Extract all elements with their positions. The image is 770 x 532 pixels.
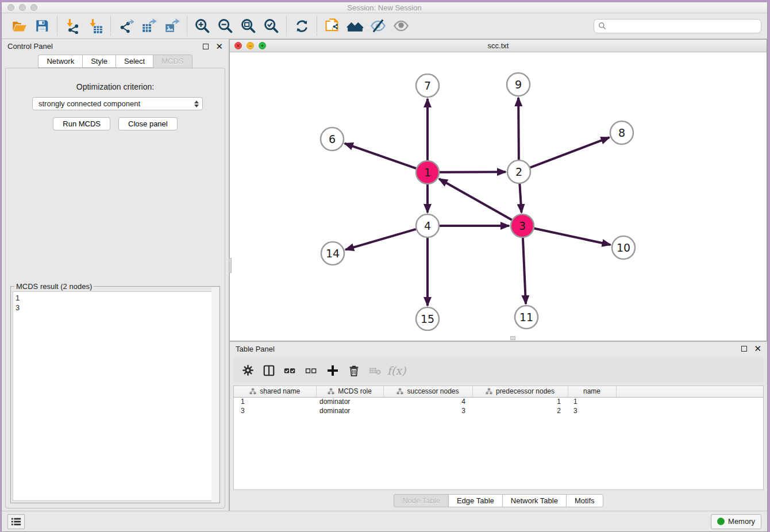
node-table[interactable]: shared name MCDS role successor nodes pr…: [233, 385, 764, 490]
splitter-grip[interactable]: [229, 258, 232, 273]
graph-node-3[interactable]: 3: [511, 214, 534, 237]
network-title: scc.txt: [230, 41, 767, 50]
column-header[interactable]: predecessor nodes: [472, 386, 568, 397]
close-table-panel-icon[interactable]: ✕: [754, 346, 761, 352]
import-network-icon[interactable]: [61, 16, 84, 36]
graph-edge-2-9[interactable]: [518, 98, 519, 160]
tab-select[interactable]: Select: [116, 55, 153, 68]
title-bar: Session: New Session: [2, 2, 767, 13]
graph-edge-3-11[interactable]: [523, 238, 526, 304]
splitter-grip[interactable]: [510, 336, 515, 340]
duplicate-network-icon[interactable]: [321, 16, 344, 36]
tab-node-table[interactable]: Node Table: [394, 494, 448, 507]
graph-node-7[interactable]: 7: [416, 74, 439, 97]
float-panel-icon[interactable]: [203, 44, 209, 49]
function-builder-icon: f(x): [388, 362, 405, 379]
table-header-row: shared name MCDS role successor nodes pr…: [234, 386, 763, 397]
task-history-button[interactable]: [7, 514, 25, 529]
memory-button[interactable]: Memory: [711, 514, 761, 529]
graph-node-8[interactable]: 8: [610, 121, 633, 144]
graph-node-4[interactable]: 4: [416, 214, 439, 237]
close-panel-button[interactable]: Close panel: [118, 117, 178, 130]
show-all-icon[interactable]: [390, 16, 413, 36]
table-panel: Table Panel ✕: [230, 341, 767, 511]
deselect-all-icon[interactable]: [303, 362, 320, 379]
open-file-icon[interactable]: [7, 16, 30, 36]
graph-edge-4-14[interactable]: [345, 229, 416, 250]
result-scrollbar[interactable]: [211, 287, 219, 502]
toolbar-separator: [187, 16, 187, 36]
graph-node-15[interactable]: 15: [416, 307, 439, 330]
save-session-icon[interactable]: [30, 16, 53, 36]
svg-text:7: 7: [424, 79, 431, 92]
network-canvas[interactable]: 7968124314101511: [230, 52, 767, 341]
zoom-out-icon[interactable]: [214, 16, 237, 36]
column-header[interactable]: successor nodes: [383, 386, 472, 397]
graph-edge-2-8[interactable]: [530, 137, 610, 167]
search-input[interactable]: [609, 22, 757, 30]
delete-column-icon[interactable]: [345, 362, 363, 379]
mcds-result-text[interactable]: 1 3: [13, 291, 218, 501]
graph-edge-3-1[interactable]: [439, 179, 512, 219]
column-header[interactable]: name: [568, 386, 616, 397]
graph-node-6[interactable]: 6: [321, 128, 344, 151]
svg-text:3: 3: [519, 219, 526, 232]
graph-edge-1-6[interactable]: [345, 144, 416, 168]
zoom-fit-icon[interactable]: [237, 16, 260, 36]
first-neighbors-icon[interactable]: [344, 16, 367, 36]
memory-label: Memory: [728, 517, 755, 526]
zoom-in-icon[interactable]: [191, 16, 214, 36]
graph-node-1[interactable]: 1: [416, 161, 439, 184]
graph-node-2[interactable]: 2: [507, 160, 530, 183]
hide-selected-icon[interactable]: [367, 16, 390, 36]
graph-node-11[interactable]: 11: [515, 306, 538, 329]
control-panel-title: Control Panel: [7, 42, 53, 51]
column-header[interactable]: MCDS role: [316, 386, 383, 397]
graph-edge-2-3[interactable]: [519, 184, 521, 213]
tab-network[interactable]: Network: [38, 55, 82, 68]
toolbar-separator: [286, 16, 287, 36]
select-all-icon[interactable]: [282, 362, 299, 379]
zoom-selected-icon[interactable]: [260, 16, 283, 36]
svg-text:1: 1: [424, 166, 431, 179]
tab-edge-table[interactable]: Edge Table: [448, 494, 502, 507]
gear-icon[interactable]: [239, 362, 256, 379]
table-row[interactable]: 3 dominator 3 2 3: [234, 406, 763, 415]
refresh-icon[interactable]: [290, 16, 313, 36]
export-network-icon[interactable]: [114, 16, 137, 36]
export-table-icon[interactable]: [137, 16, 160, 36]
column-header[interactable]: shared name: [234, 386, 316, 397]
close-panel-icon[interactable]: ✕: [215, 44, 223, 49]
export-image-icon[interactable]: [160, 16, 183, 36]
tab-network-table[interactable]: Network Table: [502, 494, 566, 507]
hierarchy-icon: [486, 388, 492, 395]
columns-icon[interactable]: [260, 362, 278, 379]
network-graph[interactable]: 7968124314101511: [230, 52, 767, 341]
toolbar-separator: [317, 16, 317, 36]
graph-edge-1-2[interactable]: [440, 172, 506, 172]
graph-node-9[interactable]: 9: [507, 73, 530, 96]
search-field[interactable]: [594, 19, 761, 33]
delete-table-icon[interactable]: [367, 362, 384, 379]
network-view-window: ✕ − + scc.txt 7968124314101511: [230, 39, 767, 341]
svg-text:15: 15: [421, 313, 434, 325]
tab-mcds[interactable]: MCDS: [153, 55, 192, 68]
graph-node-14[interactable]: 14: [321, 242, 344, 265]
mcds-panel: Optimization criterion: strongly connect…: [5, 68, 225, 508]
table-toolbar: f(x): [233, 358, 764, 383]
tab-motifs[interactable]: Motifs: [566, 494, 603, 507]
float-table-panel-icon[interactable]: [741, 346, 747, 352]
control-panel: Control Panel ✕ Network Style Select MCD…: [2, 39, 230, 511]
optimization-criterion-select[interactable]: strongly connected component: [32, 97, 203, 110]
graph-node-10[interactable]: 10: [612, 236, 635, 259]
table-panel-title: Table Panel: [236, 345, 275, 353]
import-table-icon[interactable]: [84, 16, 107, 36]
table-row[interactable]: 1 dominator 4 1 1: [234, 397, 763, 406]
control-panel-tabs: Network Style Select MCDS: [2, 55, 229, 68]
graph-edge-3-10[interactable]: [534, 228, 611, 245]
svg-text:14: 14: [326, 247, 340, 260]
tab-style[interactable]: Style: [82, 55, 116, 68]
svg-text:10: 10: [617, 241, 630, 254]
run-mcds-button[interactable]: Run MCDS: [53, 117, 110, 130]
add-column-icon[interactable]: [324, 362, 341, 379]
